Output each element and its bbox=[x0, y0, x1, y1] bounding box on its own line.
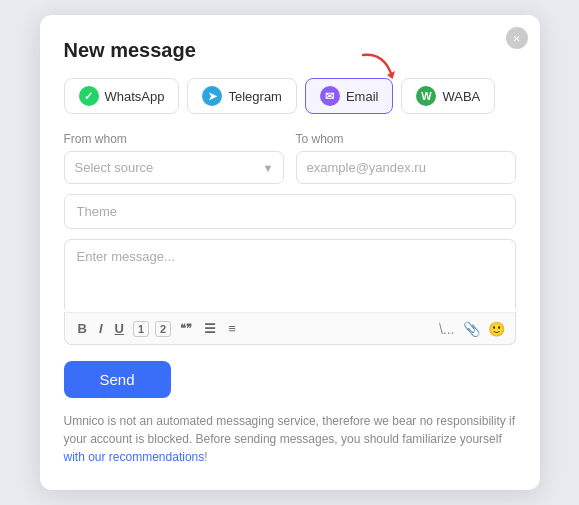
channel-selector: ✓ WhatsApp ➤ Telegram ✉ Email W WABA bbox=[64, 78, 516, 114]
channel-whatsapp-label: WhatsApp bbox=[105, 89, 165, 104]
bold-button[interactable]: B bbox=[75, 319, 90, 338]
modal-title: New message bbox=[64, 39, 516, 62]
ellipsis-icon[interactable]: \... bbox=[439, 321, 455, 337]
telegram-icon: ➤ bbox=[202, 86, 222, 106]
channel-email-label: Email bbox=[346, 89, 379, 104]
disclaimer: Umnico is not an automated messaging ser… bbox=[64, 412, 516, 466]
channel-waba[interactable]: W WABA bbox=[401, 78, 495, 114]
disclaimer-text: Umnico is not an automated messaging ser… bbox=[64, 414, 516, 446]
theme-input[interactable] bbox=[64, 194, 516, 229]
from-to-row: From whom Select source ▼ To whom bbox=[64, 132, 516, 184]
ol-button[interactable]: ≡ bbox=[225, 319, 239, 338]
italic-button[interactable]: I bbox=[96, 319, 106, 338]
underline-button[interactable]: U bbox=[112, 319, 127, 338]
from-select[interactable]: Select source bbox=[64, 151, 284, 184]
from-label: From whom bbox=[64, 132, 284, 146]
disclaimer-text-end: ! bbox=[204, 450, 207, 464]
new-message-modal: × New message ✓ WhatsApp ➤ Telegram ✉ Em… bbox=[40, 15, 540, 490]
emoji-icon[interactable]: 🙂 bbox=[488, 321, 505, 337]
to-label: To whom bbox=[296, 132, 516, 146]
channel-email[interactable]: ✉ Email bbox=[305, 78, 394, 114]
channel-telegram-label: Telegram bbox=[228, 89, 281, 104]
channel-waba-label: WABA bbox=[442, 89, 480, 104]
to-group: To whom bbox=[296, 132, 516, 184]
message-toolbar: B I U 1 2 ❝❞ ☰ ≡ \... 📎 🙂 bbox=[64, 312, 516, 345]
channel-telegram[interactable]: ➤ Telegram bbox=[187, 78, 296, 114]
from-select-wrapper: Select source ▼ bbox=[64, 151, 284, 184]
message-textarea[interactable] bbox=[64, 239, 516, 309]
close-button[interactable]: × bbox=[506, 27, 528, 49]
toolbar-actions: \... 📎 🙂 bbox=[439, 321, 505, 337]
toolbar-formatting: B I U 1 2 ❝❞ ☰ ≡ bbox=[75, 319, 439, 338]
whatsapp-icon: ✓ bbox=[79, 86, 99, 106]
attach-icon[interactable]: 📎 bbox=[463, 321, 480, 337]
ul-button[interactable]: ☰ bbox=[201, 319, 219, 338]
disclaimer-link[interactable]: with our recommendations bbox=[64, 450, 205, 464]
email-icon: ✉ bbox=[320, 86, 340, 106]
from-group: From whom Select source ▼ bbox=[64, 132, 284, 184]
channel-whatsapp[interactable]: ✓ WhatsApp bbox=[64, 78, 180, 114]
to-email-input[interactable] bbox=[296, 151, 516, 184]
arrow-indicator bbox=[359, 50, 399, 80]
send-button[interactable]: Send bbox=[64, 361, 171, 398]
h1-button[interactable]: 1 bbox=[133, 321, 149, 337]
waba-icon: W bbox=[416, 86, 436, 106]
h2-button[interactable]: 2 bbox=[155, 321, 171, 337]
quote-button[interactable]: ❝❞ bbox=[177, 320, 195, 337]
